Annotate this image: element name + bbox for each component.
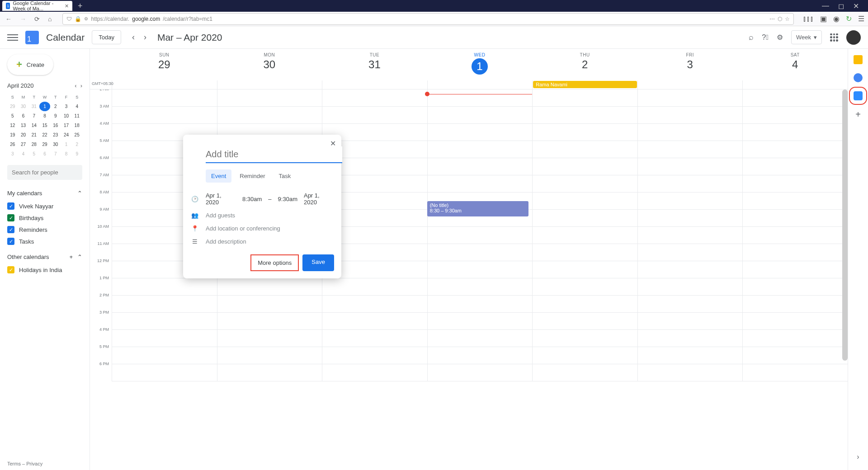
mini-cal-day[interactable]: 15 [39, 121, 50, 130]
mini-cal-day[interactable]: 7 [28, 111, 39, 121]
mini-cal-day[interactable]: 8 [61, 149, 72, 159]
allday-cell[interactable] [637, 80, 743, 89]
event-start-time[interactable]: 8:30am [242, 196, 262, 202]
permissions-icon[interactable]: ⚙ [84, 16, 88, 21]
mini-cal-day[interactable]: 23 [50, 130, 61, 140]
event-start-date[interactable]: Apr 1, 2020 [206, 192, 236, 206]
close-popup-button[interactable]: ✕ [330, 139, 336, 148]
mini-calendar[interactable]: SMTWTFS293031123456789101112131415161718… [7, 93, 82, 159]
allday-cell[interactable]: Rama Navami [532, 80, 637, 89]
search-people-input[interactable] [7, 165, 82, 180]
settings-icon[interactable]: ⚙ [777, 33, 783, 42]
checkbox-icon[interactable]: ✓ [7, 238, 14, 245]
day-header[interactable]: TUE31 [322, 49, 427, 80]
mini-cal-day[interactable]: 16 [50, 121, 61, 130]
browser-tab[interactable]: 1 Google Calendar - Week of Ma... ✕ [2, 1, 72, 11]
add-addon-button[interactable]: + [854, 109, 863, 118]
checkbox-icon[interactable]: ✓ [7, 202, 14, 210]
mini-cal-day[interactable]: 3 [7, 149, 18, 159]
mini-cal-day[interactable]: 18 [71, 121, 82, 130]
event-end-date[interactable]: Apr 1, 2020 [304, 192, 334, 206]
mini-cal-day[interactable]: 20 [18, 130, 29, 140]
more-icon[interactable]: ⋯ [769, 16, 775, 22]
add-description[interactable]: Add description [206, 238, 246, 245]
save-button[interactable]: Save [302, 254, 334, 271]
mini-cal-day[interactable]: 7 [50, 149, 61, 159]
day-column[interactable] [742, 89, 848, 381]
mini-cal-next[interactable]: › [80, 82, 82, 89]
mini-cal-day[interactable]: 9 [50, 111, 61, 121]
day-header[interactable]: WED1 [427, 49, 533, 80]
mini-cal-day[interactable]: 11 [71, 111, 82, 121]
add-calendar-button[interactable]: + [69, 254, 73, 260]
forward-button[interactable]: → [18, 14, 28, 24]
zoom-addon-icon[interactable] [854, 91, 863, 100]
mini-cal-day[interactable]: 12 [7, 121, 18, 130]
add-location[interactable]: Add location or conferencing [206, 225, 280, 232]
mini-cal-day[interactable]: 22 [39, 130, 50, 140]
apps-grid-icon[interactable] [830, 33, 838, 42]
other-calendars-header[interactable]: Other calendars + ⌃ [7, 250, 82, 264]
mini-cal-day[interactable]: 8 [39, 111, 50, 121]
mini-cal-day[interactable]: 5 [7, 111, 18, 121]
mini-cal-day[interactable]: 27 [18, 140, 29, 149]
sidebar-toggle-icon[interactable]: ▣ [820, 14, 827, 23]
day-column[interactable] [427, 89, 533, 381]
extension-icon[interactable]: ↻ [846, 14, 852, 23]
account-icon[interactable]: ◉ [833, 14, 840, 23]
library-icon[interactable]: ⫿⫿⫿ [803, 15, 814, 23]
reload-button[interactable]: ⟳ [33, 14, 42, 24]
calendar-item[interactable]: ✓Birthdays [7, 212, 82, 224]
mini-cal-day[interactable]: 9 [71, 149, 82, 159]
search-icon[interactable]: ⌕ [749, 33, 754, 42]
mini-cal-day[interactable]: 17 [61, 121, 72, 130]
mini-cal-day[interactable]: 30 [18, 102, 29, 111]
bookmark-icon[interactable]: ☆ [785, 16, 790, 22]
reader-icon[interactable]: ⬡ [778, 16, 782, 22]
allday-cell[interactable] [742, 80, 848, 89]
event-end-time[interactable]: 9:30am [278, 196, 297, 202]
scrollbar[interactable] [842, 89, 848, 361]
calendar-item[interactable]: ✓Holidays in India [7, 264, 82, 276]
prev-week-button[interactable]: ‹ [128, 31, 138, 44]
more-options-button[interactable]: More options [250, 254, 299, 271]
back-button[interactable]: ← [4, 14, 14, 24]
view-selector[interactable]: Week ▾ [791, 30, 822, 44]
allday-cell[interactable] [112, 80, 217, 89]
minimize-icon[interactable]: — [822, 2, 829, 10]
allday-cell[interactable] [217, 80, 322, 89]
create-button[interactable]: + Create [7, 54, 53, 75]
keep-icon[interactable] [854, 55, 863, 64]
checkbox-icon[interactable]: ✓ [7, 266, 14, 273]
mini-cal-day[interactable]: 21 [28, 130, 39, 140]
tab-reminder[interactable]: Reminder [234, 169, 270, 183]
mini-cal-day[interactable]: 28 [28, 140, 39, 149]
mini-cal-day[interactable]: 3 [61, 102, 72, 111]
add-guests[interactable]: Add guests [206, 212, 235, 219]
day-header[interactable]: FRI3 [637, 49, 743, 80]
mini-cal-day[interactable]: 10 [61, 111, 72, 121]
allday-cell[interactable] [427, 80, 533, 89]
day-column[interactable] [637, 89, 743, 381]
mini-cal-day[interactable]: 1 [39, 102, 50, 111]
mini-cal-day[interactable]: 4 [18, 149, 29, 159]
mini-cal-day[interactable]: 4 [71, 102, 82, 111]
mini-cal-day[interactable]: 30 [50, 140, 61, 149]
calendar-item[interactable]: ✓Tasks [7, 235, 82, 247]
day-column[interactable] [532, 89, 637, 381]
event-block[interactable]: (No title)8:30 – 9:30am [427, 201, 529, 216]
mini-cal-day[interactable]: 19 [7, 130, 18, 140]
mini-cal-day[interactable]: 6 [39, 149, 50, 159]
checkbox-icon[interactable]: ✓ [7, 226, 14, 233]
close-window-icon[interactable]: ✕ [853, 2, 859, 10]
day-header[interactable]: THU2 [532, 49, 637, 80]
event-title-input[interactable] [206, 146, 342, 163]
mini-cal-day[interactable]: 2 [50, 102, 61, 111]
day-header[interactable]: MON30 [217, 49, 322, 80]
next-week-button[interactable]: › [140, 31, 150, 44]
checkbox-icon[interactable]: ✓ [7, 214, 14, 221]
mini-cal-day[interactable]: 31 [28, 102, 39, 111]
my-calendars-header[interactable]: My calendars ⌃ [7, 186, 82, 200]
calendar-item[interactable]: ✓Vivek Nayyar [7, 200, 82, 212]
mini-cal-day[interactable]: 26 [7, 140, 18, 149]
